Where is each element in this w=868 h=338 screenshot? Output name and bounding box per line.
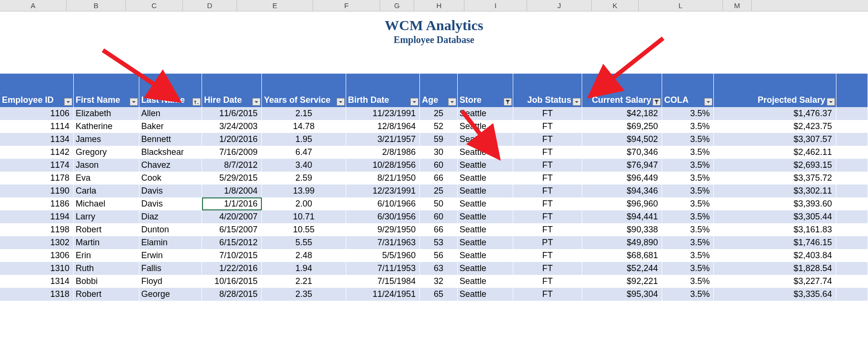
filter-button-L[interactable] (827, 98, 835, 106)
cell-M[interactable] (836, 133, 868, 146)
table-row[interactable]: 1310RuthFallis1/22/20161.947/11/195363Se… (0, 262, 868, 275)
cell-D[interactable]: 10/16/2015 (202, 275, 262, 288)
cell-B[interactable]: Ruth (74, 262, 139, 275)
cell-B[interactable]: Erin (74, 249, 139, 262)
cell-J[interactable]: $90,338 (582, 223, 662, 236)
cell-C[interactable]: Erwin (139, 249, 202, 262)
cell-A[interactable]: 1302 (0, 236, 74, 249)
cell-L[interactable]: $3,393.60 (714, 197, 836, 210)
cell-E[interactable]: 2.15 (262, 107, 346, 120)
cell-J[interactable]: $42,182 (582, 107, 662, 120)
cell-B[interactable]: Michael (74, 197, 139, 210)
cell-E[interactable]: 13.99 (262, 185, 346, 197)
cell-A[interactable]: 1314 (0, 275, 74, 288)
cell-H[interactable]: Seattle (457, 107, 513, 120)
header-B[interactable]: First Name (74, 74, 139, 107)
cell-J[interactable]: $49,890 (582, 236, 662, 249)
cell-E[interactable]: 1.95 (262, 133, 346, 146)
column-letter-K[interactable]: K (592, 0, 639, 11)
cell-G[interactable]: 63 (420, 262, 457, 275)
cell-B[interactable]: Jason (74, 159, 139, 172)
cell-E[interactable]: 2.21 (262, 275, 346, 288)
cell-G[interactable]: 25 (420, 185, 457, 197)
table-row[interactable]: 1302MartinElamin6/15/20125.557/31/196353… (0, 236, 868, 249)
cell-M[interactable] (836, 249, 868, 262)
cell-D[interactable]: 1/22/2016 (202, 262, 262, 275)
cell-E[interactable]: 2.00 (262, 197, 346, 210)
cell-L[interactable]: $3,307.57 (714, 133, 836, 146)
cell-F[interactable]: 7/31/1963 (346, 236, 420, 249)
cell-J[interactable]: $92,221 (582, 275, 662, 288)
cell-G[interactable]: 32 (420, 275, 457, 288)
filter-button-E[interactable] (337, 98, 345, 106)
cell-A[interactable]: 1190 (0, 185, 74, 197)
cell-J[interactable]: $69,250 (582, 120, 662, 133)
cell-C[interactable]: Fallis (139, 262, 202, 275)
cell-I[interactable]: FT (513, 133, 582, 146)
cell-K[interactable]: 3.5% (662, 107, 714, 120)
filter-button-H[interactable] (504, 98, 512, 106)
column-letter-F[interactable]: F (313, 0, 380, 11)
cell-F[interactable]: 7/15/1984 (346, 275, 420, 288)
cell-D[interactable]: 6/15/2007 (202, 223, 262, 236)
cell-B[interactable]: Carla (74, 185, 139, 197)
cell-E[interactable]: 10.71 (262, 210, 346, 223)
cell-M[interactable] (836, 288, 868, 301)
cell-B[interactable]: Robert (74, 223, 139, 236)
cell-H[interactable]: Seattle (457, 275, 513, 288)
cell-L[interactable]: $2,462.11 (714, 146, 836, 159)
cell-M[interactable] (836, 197, 868, 210)
table-row[interactable]: 1194LarryDiaz4/20/200710.716/30/195660Se… (0, 210, 868, 223)
cell-G[interactable]: 66 (420, 223, 457, 236)
cell-H[interactable]: Seattle (457, 223, 513, 236)
cell-M[interactable] (836, 210, 868, 223)
cell-A[interactable]: 1198 (0, 223, 74, 236)
table-row[interactable]: 1314BobbiFloyd10/16/20152.217/15/198432S… (0, 275, 868, 288)
cell-F[interactable]: 10/28/1956 (346, 159, 420, 172)
cell-A[interactable]: 1318 (0, 288, 74, 301)
cell-M[interactable] (836, 120, 868, 133)
cell-K[interactable]: 3.5% (662, 210, 714, 223)
cell-I[interactable]: PT (513, 236, 582, 249)
cell-A[interactable]: 1306 (0, 249, 74, 262)
cell-I[interactable]: FT (513, 159, 582, 172)
cell-J[interactable]: $94,502 (582, 133, 662, 146)
header-E[interactable]: Years of Service (262, 74, 346, 107)
filter-button-G[interactable] (448, 98, 456, 106)
header-C[interactable]: Last Name (139, 74, 202, 107)
cell-E[interactable]: 2.35 (262, 288, 346, 301)
table-row[interactable]: 1306ErinErwin7/10/20152.485/5/196056Seat… (0, 249, 868, 262)
cell-F[interactable]: 7/11/1953 (346, 262, 420, 275)
cell-E[interactable]: 2.59 (262, 172, 346, 185)
cell-A[interactable]: 1134 (0, 133, 74, 146)
column-letter-I[interactable]: I (464, 0, 527, 11)
column-letter-A[interactable]: A (0, 0, 67, 11)
table-row[interactable]: 1178EvaCook5/29/20152.598/21/195066Seatt… (0, 172, 868, 185)
cell-I[interactable]: FT (513, 275, 582, 288)
cell-B[interactable]: Larry (74, 210, 139, 223)
cell-K[interactable]: 3.5% (662, 262, 714, 275)
cell-K[interactable]: 3.5% (662, 185, 714, 197)
cell-D[interactable]: 6/15/2012 (202, 236, 262, 249)
cell-D[interactable]: 1/1/2016 (202, 197, 262, 210)
cell-L[interactable]: $3,335.64 (714, 288, 836, 301)
header-D[interactable]: Hire Date (202, 74, 262, 107)
cell-C[interactable]: Diaz (139, 210, 202, 223)
cell-H[interactable]: Seattle (457, 249, 513, 262)
cell-I[interactable]: FT (513, 223, 582, 236)
cell-F[interactable]: 8/21/1950 (346, 172, 420, 185)
cell-G[interactable]: 50 (420, 197, 457, 210)
cell-C[interactable]: Allen (139, 107, 202, 120)
cell-H[interactable]: Seattle (457, 172, 513, 185)
cell-A[interactable]: 1194 (0, 210, 74, 223)
column-letter-D[interactable]: D (183, 0, 237, 11)
cell-C[interactable]: Baker (139, 120, 202, 133)
header-G[interactable]: Age (420, 74, 457, 107)
cell-M[interactable] (836, 172, 868, 185)
cell-C[interactable]: Elamin (139, 236, 202, 249)
cell-K[interactable]: 3.5% (662, 275, 714, 288)
cell-G[interactable]: 56 (420, 249, 457, 262)
cell-J[interactable]: $76,947 (582, 159, 662, 172)
cell-H[interactable]: Seattle (457, 236, 513, 249)
cell-F[interactable]: 5/5/1960 (346, 249, 420, 262)
